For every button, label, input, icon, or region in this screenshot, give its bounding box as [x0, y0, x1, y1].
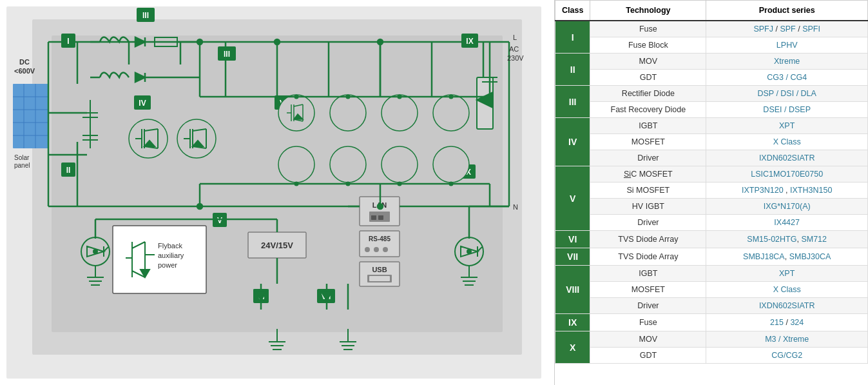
product-link[interactable]: LPHV	[776, 41, 798, 50]
svg-text:24V/15V: 24V/15V	[261, 241, 293, 250]
product-cell[interactable]: LSIC1MO170E0750	[706, 166, 868, 183]
technology-cell: Fuse	[590, 314, 706, 331]
product-separator: /	[784, 318, 790, 327]
product-link[interactable]: IXG*N170(A)	[764, 202, 811, 211]
product-link[interactable]: IX4427	[774, 218, 800, 227]
product-link[interactable]: Xtreme	[774, 57, 800, 66]
product-separator: ,	[785, 252, 789, 261]
product-cell[interactable]: DSEI / DSEP	[706, 102, 868, 118]
svg-point-107	[278, 95, 314, 131]
product-link[interactable]: XPT	[779, 269, 795, 278]
svg-point-76	[374, 247, 379, 252]
svg-point-112	[330, 146, 366, 183]
product-cell[interactable]: M3 / Xtreme	[706, 331, 868, 348]
product-link[interactable]: DSEI / DSEP	[763, 105, 811, 114]
product-cell[interactable]: IX4427	[706, 215, 868, 231]
svg-point-134	[467, 250, 471, 253]
product-cell[interactable]: DSP / DSI / DLA	[706, 86, 868, 102]
class-cell-V: V	[555, 166, 590, 231]
svg-point-108	[330, 95, 366, 131]
product-cell[interactable]: SPFJ / SPF / SPFI	[706, 21, 868, 37]
class-column-header: Class	[555, 1, 590, 21]
product-link[interactable]: SPFJ	[753, 25, 773, 34]
svg-text:I: I	[67, 37, 69, 46]
svg-rect-81	[369, 276, 390, 281]
technology-cell: GDT	[590, 348, 706, 364]
svg-text:V: V	[217, 216, 222, 225]
product-link[interactable]: SPF	[780, 25, 795, 34]
svg-point-99	[177, 119, 216, 158]
product-cell[interactable]: Xtreme	[706, 54, 868, 70]
product-link[interactable]: M3 / Xtreme	[765, 335, 809, 344]
svg-text:DC: DC	[19, 58, 30, 66]
product-link[interactable]: CG/CG2	[771, 351, 802, 360]
svg-point-129	[93, 250, 97, 253]
product-link[interactable]: SPFI	[802, 25, 820, 34]
svg-text:III: III	[142, 11, 149, 20]
svg-point-77	[383, 247, 388, 252]
class-cell-II: II	[555, 54, 590, 86]
technology-cell: TVS Diode Array	[590, 248, 706, 266]
svg-point-111	[278, 146, 314, 183]
product-link[interactable]: IXTH3N150	[790, 186, 832, 195]
product-link[interactable]: SM712	[801, 235, 827, 244]
product-cell[interactable]: XPT	[706, 118, 868, 134]
product-link[interactable]: SMBJ30CA	[789, 252, 831, 261]
product-link[interactable]: IXDN602SIATR	[759, 301, 815, 310]
technology-cell: GDT	[590, 70, 706, 86]
product-table: Class Technology Product series IFuseSPF…	[554, 0, 868, 385]
svg-text:Flyback: Flyback	[158, 242, 182, 250]
class-cell-VI: VI	[555, 231, 590, 248]
class-cell-VII: VII	[555, 248, 590, 266]
class-cell-VIII: VIII	[555, 266, 590, 314]
technology-cell: SiC MOSFET	[590, 166, 706, 183]
svg-point-113	[381, 146, 418, 183]
svg-rect-72	[371, 213, 389, 215]
product-link[interactable]: 324	[790, 318, 804, 327]
product-cell[interactable]: X Class	[706, 134, 868, 150]
product-link[interactable]: XPT	[779, 121, 795, 130]
product-link[interactable]: CG3 / CG4	[767, 73, 807, 82]
svg-text:power: power	[158, 261, 177, 269]
svg-text:L: L	[513, 34, 517, 41]
product-link[interactable]: X Class	[773, 285, 801, 294]
svg-point-185	[346, 182, 351, 186]
class-cell-X: X	[555, 331, 590, 364]
product-cell[interactable]: IXTP3N120 , IXTH3N150	[706, 183, 868, 199]
product-series-column-header: Product series	[706, 1, 868, 21]
product-link[interactable]: X Class	[773, 137, 801, 146]
class-cell-IV: IV	[555, 118, 590, 166]
product-cell[interactable]: IXDN602SIATR	[706, 298, 868, 314]
technology-cell: MOSFET	[590, 134, 706, 150]
product-link[interactable]: SM15-02HTG	[747, 235, 796, 244]
product-link[interactable]: 215	[770, 318, 784, 327]
svg-text:<600V: <600V	[14, 67, 35, 75]
product-separator: /	[773, 25, 780, 34]
product-separator: ,	[784, 186, 790, 195]
product-cell[interactable]: IXDN602SIATR	[706, 150, 868, 166]
product-cell[interactable]: SM15-02HTG, SM712	[706, 231, 868, 248]
technology-cell: Driver	[590, 215, 706, 231]
product-link[interactable]: DSP / DSI / DLA	[757, 89, 816, 98]
product-cell[interactable]: XPT	[706, 266, 868, 282]
svg-text:Solar: Solar	[14, 154, 30, 161]
product-cell[interactable]: 215 / 324	[706, 314, 868, 331]
product-cell[interactable]: LPHV	[706, 37, 868, 54]
product-cell[interactable]: SMBJ18CA, SMBJ30CA	[706, 248, 868, 266]
svg-point-114	[433, 146, 469, 183]
technology-cell: IGBT	[590, 118, 706, 134]
svg-text:III: III	[224, 50, 230, 59]
product-cell[interactable]: X Class	[706, 282, 868, 298]
product-link[interactable]: IXTP3N120	[742, 186, 784, 195]
product-cell[interactable]: CG/CG2	[706, 348, 868, 364]
class-cell-I: I	[555, 21, 590, 54]
product-link[interactable]: LSIC1MO170E0750	[751, 170, 823, 179]
product-cell[interactable]: CG3 / CG4	[706, 70, 868, 86]
product-cell[interactable]: IXG*N170(A)	[706, 199, 868, 215]
svg-point-186	[398, 182, 402, 186]
technology-cell: Fuse Block	[590, 37, 706, 54]
product-link[interactable]: IXDN602SIATR	[759, 153, 815, 163]
product-link[interactable]: SMBJ18CA	[743, 252, 785, 261]
svg-text:N: N	[513, 203, 518, 211]
product-separator: /	[796, 25, 802, 34]
